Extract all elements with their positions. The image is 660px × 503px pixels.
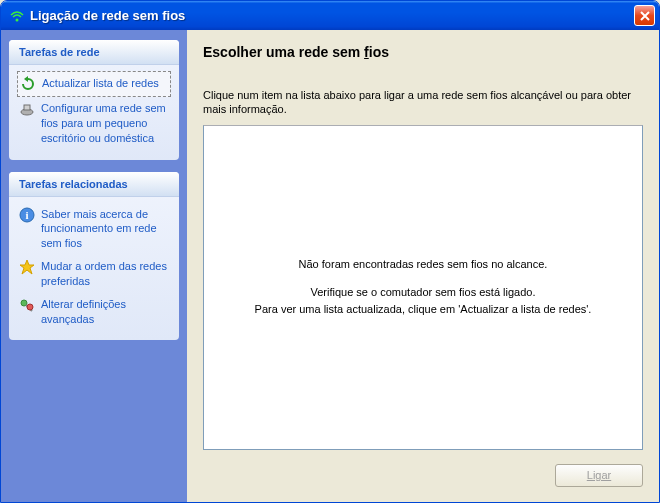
wireless-icon xyxy=(9,8,25,24)
task-setup-network[interactable]: Configurar uma rede sem fios para um peq… xyxy=(17,97,171,150)
info-icon: i xyxy=(19,207,35,223)
footer: Ligar xyxy=(203,450,643,492)
close-icon xyxy=(640,11,650,21)
page-title: Escolher uma rede sem fios xyxy=(203,44,643,60)
settings-icon xyxy=(19,297,35,313)
panel-header: Tarefas de rede xyxy=(9,40,179,65)
title-prefix: Escolher uma rede sem xyxy=(203,44,364,60)
panel-body: Actualizar lista de redes Configurar uma… xyxy=(9,65,179,152)
task-label: Saber mais acerca de funcionamento em re… xyxy=(41,207,169,252)
panel-header: Tarefas relacionadas xyxy=(9,172,179,197)
main-content: Escolher uma rede sem fios Clique num it… xyxy=(187,30,659,502)
close-button[interactable] xyxy=(634,5,655,26)
title-suffix: ios xyxy=(369,44,389,60)
task-change-order[interactable]: Mudar a ordem das redes preferidas xyxy=(17,255,171,293)
empty-state-line: Não foram encontradas redes sem fios no … xyxy=(299,256,548,274)
task-label: Mudar a ordem das redes preferidas xyxy=(41,259,169,289)
panel-related-tasks: Tarefas relacionadas i Saber mais acerca… xyxy=(9,172,179,341)
panel-network-tasks: Tarefas de rede Actualizar lista de rede… xyxy=(9,40,179,160)
wireless-window: Ligação de rede sem fios Tarefas de rede xyxy=(0,0,660,503)
svg-point-6 xyxy=(27,304,33,310)
empty-state-line: Para ver uma lista actualizada, clique e… xyxy=(255,301,592,319)
connect-button: Ligar xyxy=(555,464,643,487)
setup-icon xyxy=(19,101,35,117)
refresh-icon xyxy=(20,76,36,92)
task-label: Configurar uma rede sem fios para um peq… xyxy=(41,101,169,146)
svg-rect-2 xyxy=(24,105,30,110)
empty-state-line: Verifique se o comutador sem fios está l… xyxy=(310,284,535,302)
svg-text:i: i xyxy=(25,209,28,221)
task-label: Actualizar lista de redes xyxy=(42,76,159,91)
task-advanced-settings[interactable]: Alterar definições avançadas xyxy=(17,293,171,331)
network-listbox[interactable]: Não foram encontradas redes sem fios no … xyxy=(203,125,643,450)
star-icon xyxy=(19,259,35,275)
task-label: Alterar definições avançadas xyxy=(41,297,169,327)
window-body: Tarefas de rede Actualizar lista de rede… xyxy=(1,30,659,502)
task-refresh-list[interactable]: Actualizar lista de redes xyxy=(17,71,171,97)
instructions-text: Clique num item na lista abaixo para lig… xyxy=(203,88,643,117)
panel-body: i Saber mais acerca de funcionamento em … xyxy=(9,197,179,333)
sidebar: Tarefas de rede Actualizar lista de rede… xyxy=(1,30,187,502)
svg-point-0 xyxy=(16,18,19,21)
titlebar: Ligação de rede sem fios xyxy=(1,1,659,30)
task-learn-more[interactable]: i Saber mais acerca de funcionamento em … xyxy=(17,203,171,256)
window-title: Ligação de rede sem fios xyxy=(30,8,634,23)
